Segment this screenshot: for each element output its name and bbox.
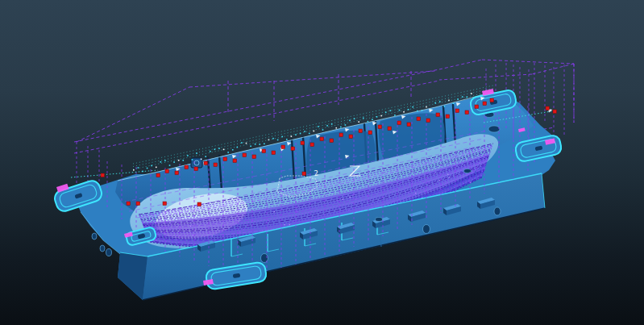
- rim-toolpath-dot: [340, 127, 342, 128]
- toolpath-dot: [476, 167, 477, 168]
- red-marker: [320, 137, 324, 141]
- red-marker: [156, 173, 160, 177]
- toolpath-dot: [343, 194, 344, 194]
- toolpath-dot: [268, 220, 268, 221]
- rim-toolpath-dot: [309, 133, 310, 135]
- rim-toolpath-dot: [169, 165, 171, 166]
- rim-toolpath-dot: [223, 149, 225, 151]
- toolpath-dot: [289, 224, 290, 225]
- rim-toolpath-dot: [187, 155, 189, 156]
- rim-toolpath-dot: [444, 106, 446, 107]
- red-marker: [272, 151, 276, 155]
- rim-toolpath-dot: [399, 110, 401, 111]
- toolpath-dot: [196, 234, 197, 235]
- toolpath-dot: [372, 204, 372, 205]
- rim-toolpath-dot: [264, 144, 265, 145]
- rim-toolpath-dot: [389, 110, 391, 111]
- toolpath-dot: [234, 220, 235, 221]
- red-marker: [465, 110, 469, 115]
- toolpath-dot: [177, 244, 177, 245]
- red-marker: [204, 161, 208, 165]
- wireframe-segment: [482, 60, 574, 64]
- toolpath-dot: [274, 211, 275, 212]
- toolpath-dot: [212, 235, 213, 236]
- rim-toolpath-dot: [210, 151, 211, 152]
- rim-toolpath-dot: [363, 118, 364, 119]
- wireframe-segment: [532, 64, 574, 74]
- rim-toolpath-dot: [246, 143, 247, 144]
- rim-toolpath-dot: [345, 124, 347, 126]
- toolpath-dot: [170, 223, 171, 224]
- 3d-viewport[interactable]: 2: [0, 0, 644, 325]
- rim-toolpath-dot: [417, 110, 418, 112]
- bolt-hole: [106, 249, 112, 256]
- toolpath-dot: [231, 225, 231, 226]
- rim-toolpath-dot: [368, 121, 369, 123]
- rim-toolpath-dot: [164, 160, 166, 161]
- toolpath-dot: [297, 210, 297, 211]
- toolpath-dot: [408, 192, 409, 193]
- rim-toolpath-dot: [358, 121, 359, 123]
- rim-toolpath-dot: [192, 159, 193, 160]
- toolpath-dot: [351, 202, 352, 203]
- rim-toolpath-dot: [182, 160, 184, 161]
- toolpath-dot: [350, 197, 351, 198]
- red-marker: [281, 145, 285, 149]
- toolpath-dot: [155, 223, 156, 223]
- red-marker: [185, 165, 189, 169]
- toolpath-dot: [297, 206, 297, 207]
- toolpath-dot: [262, 230, 263, 231]
- red-marker: [330, 139, 334, 143]
- toolpath-dot: [449, 177, 450, 177]
- rim-toolpath-dot: [227, 152, 229, 153]
- rim-toolpath-dot: [160, 161, 162, 163]
- toolpath-dot: [424, 190, 425, 191]
- red-marker: [310, 143, 314, 147]
- red-marker: [194, 167, 198, 171]
- toolpath-dot: [239, 231, 240, 232]
- red-marker: [243, 153, 247, 157]
- toolpath-dot: [429, 181, 430, 182]
- rim-toolpath-dot: [178, 160, 180, 161]
- wireframe-segment: [77, 87, 189, 142]
- toolpath-dot: [247, 225, 247, 226]
- rim-toolpath-dot: [453, 102, 455, 104]
- rim-toolpath-dot: [241, 142, 243, 144]
- red-marker: [475, 105, 479, 109]
- red-marker: [339, 133, 343, 137]
- rim-toolpath-dot: [422, 110, 423, 111]
- rim-toolpath-dot: [471, 93, 472, 94]
- red-marker: [214, 163, 218, 167]
- rim-toolpath-dot: [250, 145, 251, 147]
- toolpath-dot: [348, 210, 349, 210]
- rim-toolpath-dot: [335, 127, 337, 129]
- rim-toolpath-dot: [394, 115, 396, 116]
- bolt-hole-flat: [488, 126, 500, 132]
- toolpath-dot: [414, 189, 415, 190]
- rim-toolpath-dot: [286, 139, 288, 140]
- toolpath-dot: [352, 194, 353, 195]
- red-marker: [262, 149, 266, 153]
- red-marker: [546, 106, 550, 110]
- red-marker: [436, 113, 440, 117]
- rim-toolpath-dot: [147, 168, 148, 169]
- red-marker: [233, 159, 237, 163]
- toolpath-dot: [367, 195, 368, 196]
- rim-toolpath-dot: [322, 129, 324, 131]
- rim-toolpath-dot: [277, 140, 279, 141]
- toolpath-dot: [434, 173, 435, 173]
- toolpath-dot: [415, 193, 416, 194]
- red-marker: [407, 123, 411, 127]
- rim-toolpath-dot: [439, 101, 441, 102]
- bolt-hole-flat: [376, 218, 383, 222]
- toolpath-dot: [226, 219, 226, 220]
- rim-toolpath-dot: [412, 106, 413, 108]
- wireframe-segment: [439, 60, 482, 69]
- toolpath-dot: [447, 174, 448, 175]
- toolpath-dot: [193, 235, 193, 235]
- rim-toolpath-dot: [272, 138, 274, 140]
- red-marker: [446, 115, 450, 119]
- red-marker: [136, 202, 140, 206]
- red-marker: [553, 110, 557, 114]
- rim-toolpath-dot: [349, 120, 351, 122]
